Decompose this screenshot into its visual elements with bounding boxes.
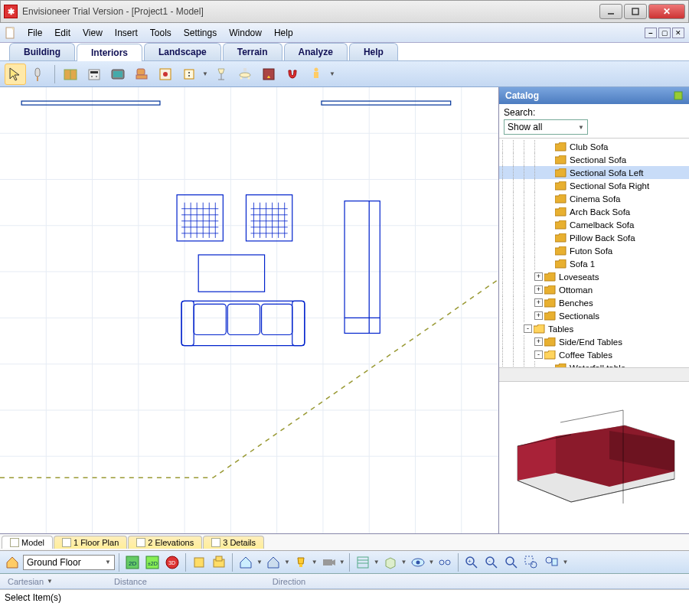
svg-rect-75 xyxy=(292,301,305,345)
tree-item[interactable]: Arch Back Sofa xyxy=(499,205,689,218)
svg-marker-85 xyxy=(518,436,556,481)
tree-label: Tables xyxy=(548,324,573,334)
figure-dropdown-icon[interactable]: ▼ xyxy=(329,70,335,77)
minimize-button[interactable] xyxy=(599,4,622,19)
expand-icon[interactable]: - xyxy=(524,324,532,333)
decor-tool[interactable] xyxy=(155,64,176,85)
house1-button[interactable] xyxy=(237,553,255,572)
expand-icon[interactable]: + xyxy=(534,298,543,307)
tab-help[interactable]: Help xyxy=(349,43,398,60)
tree-item[interactable]: Sofa 1 xyxy=(499,257,689,270)
tree-folder[interactable]: +Sectionals xyxy=(499,309,689,322)
tab-building[interactable]: Building xyxy=(9,43,75,60)
menu-window[interactable]: Window xyxy=(223,26,268,40)
mdi-close-button[interactable]: ✕ xyxy=(672,28,684,38)
tree-item[interactable]: Pillow Back Sofa xyxy=(499,231,689,244)
view-2d-button[interactable]: 2D xyxy=(123,553,142,572)
svg-rect-121 xyxy=(552,559,557,565)
eye-button[interactable] xyxy=(409,553,427,572)
furniture-tool[interactable] xyxy=(131,64,152,85)
tree-folder[interactable]: +Benches xyxy=(499,296,689,309)
block2-button[interactable] xyxy=(210,553,228,572)
doc-tab-2[interactable]: 2 Elevations xyxy=(128,536,202,549)
tree-item[interactable]: Camelback Sofa xyxy=(499,218,689,231)
tree-item[interactable]: Sectional Sofa Left xyxy=(499,166,689,179)
tree-folder[interactable]: +Ottoman xyxy=(499,283,689,296)
svg-line-117 xyxy=(513,564,517,568)
expand-icon[interactable]: + xyxy=(534,337,543,346)
menu-edit[interactable]: Edit xyxy=(48,26,77,40)
menu-view[interactable]: View xyxy=(77,26,109,40)
mdi-restore-button[interactable]: ▢ xyxy=(658,28,671,38)
appliance-tool[interactable] xyxy=(83,64,105,85)
house2-button[interactable] xyxy=(264,553,282,572)
tree-item[interactable]: Sectional Sofa Right xyxy=(499,179,689,192)
tree-folder[interactable]: -Tables xyxy=(499,322,689,335)
view-3d-button[interactable]: 3D xyxy=(163,553,181,572)
expand-icon[interactable]: + xyxy=(534,285,543,294)
menu-help[interactable]: Help xyxy=(268,26,299,40)
glasses-button[interactable] xyxy=(436,553,454,572)
tree-item[interactable]: Futon Sofa xyxy=(499,244,689,257)
trophy-button[interactable] xyxy=(292,553,310,572)
cabinet-tool[interactable] xyxy=(60,64,81,85)
zoom-out-button[interactable]: - xyxy=(482,553,501,572)
tab-terrain[interactable]: Terrain xyxy=(223,43,282,60)
floor-selector[interactable]: Ground Floor▼ xyxy=(23,555,115,570)
catalog-h-scrollbar[interactable] xyxy=(499,367,689,381)
svg-rect-46 xyxy=(21,101,160,105)
doc-tab-1[interactable]: 1 Floor Plan xyxy=(54,536,127,549)
doc-tab-3[interactable]: 3 Details xyxy=(203,536,264,549)
canvas-viewport[interactable] xyxy=(0,87,499,533)
search-filter-dropdown[interactable]: Show all ▼ xyxy=(504,119,588,135)
block-button[interactable] xyxy=(190,553,208,572)
ceiling-light-tool[interactable] xyxy=(234,64,256,85)
tree-folder[interactable]: +Loveseats xyxy=(499,270,689,283)
zoom-list-button[interactable] xyxy=(542,553,560,572)
hatch-button[interactable] xyxy=(354,553,372,572)
expand-icon[interactable]: + xyxy=(534,272,543,281)
select-tool[interactable] xyxy=(5,64,26,85)
expand-icon[interactable]: + xyxy=(534,311,543,320)
cube-button[interactable] xyxy=(381,553,400,572)
paint-tool[interactable] xyxy=(28,64,50,85)
mdi-minimize-button[interactable]: ‒ xyxy=(645,28,657,38)
svg-point-109 xyxy=(446,560,450,565)
close-button[interactable]: ✕ xyxy=(648,4,685,19)
outlet-tool[interactable] xyxy=(178,64,200,85)
zoom-in-button[interactable]: + xyxy=(462,553,481,572)
tree-folder[interactable]: +Side/End Tables xyxy=(499,335,689,348)
menu-insert[interactable]: Insert xyxy=(109,26,144,40)
menu-settings[interactable]: Settings xyxy=(178,26,223,40)
camera-button[interactable] xyxy=(319,553,338,572)
svg-rect-16 xyxy=(184,70,194,79)
tree-label: Cinema Sofa xyxy=(570,194,620,204)
lamp-tool[interactable] xyxy=(211,64,232,85)
expand-icon[interactable]: - xyxy=(534,350,543,359)
tree-item[interactable]: Sectional Sofa xyxy=(499,153,689,166)
doc-tab-0[interactable]: Model xyxy=(2,536,53,549)
svg-point-108 xyxy=(439,560,444,565)
home-icon[interactable] xyxy=(3,553,21,572)
fireplace-tool[interactable] xyxy=(258,64,279,85)
tab-analyze[interactable]: Analyze xyxy=(284,43,348,60)
zoom-window-button[interactable] xyxy=(502,553,521,572)
tab-landscape[interactable]: Landscape xyxy=(144,43,221,60)
tree-folder[interactable]: -Coffee Tables xyxy=(499,348,689,361)
figure-tool[interactable] xyxy=(305,64,327,85)
view-2d-alt-button[interactable]: ±2D xyxy=(143,553,162,572)
outlet-dropdown-icon[interactable]: ▼ xyxy=(202,70,208,77)
maximize-button[interactable] xyxy=(624,4,647,19)
svg-text:3D: 3D xyxy=(168,560,175,565)
tab-interiors[interactable]: Interiors xyxy=(77,44,142,61)
tree-label: Pillow Back Sofa xyxy=(570,233,635,243)
magnet-tool[interactable] xyxy=(282,64,303,85)
tree-item[interactable]: Club Sofa xyxy=(499,140,689,153)
catalog-tree[interactable]: Club SofaSectional SofaSectional Sofa Le… xyxy=(499,138,689,367)
menu-file[interactable]: File xyxy=(21,26,48,40)
zoom-region-button[interactable] xyxy=(522,553,540,572)
electronics-tool[interactable] xyxy=(107,64,129,85)
tree-item[interactable]: Cinema Sofa xyxy=(499,192,689,205)
tree-item[interactable]: Waterfall table xyxy=(499,361,689,367)
menu-tools[interactable]: Tools xyxy=(144,26,178,40)
